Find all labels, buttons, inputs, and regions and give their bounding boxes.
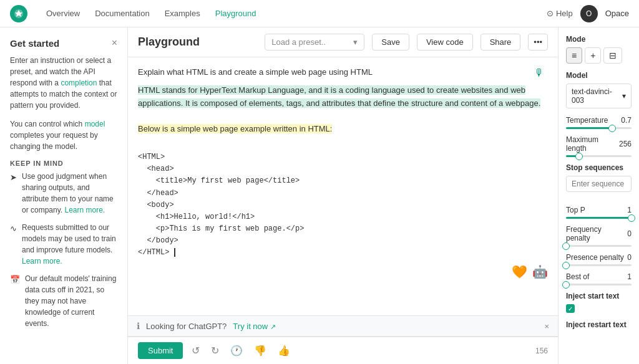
keep-in-mind-header: KEEP IN MIND — [10, 160, 117, 167]
code-line-5: <body> — [138, 199, 548, 211]
wave-icon: ∿ — [10, 223, 17, 267]
code-line-6: <h1>Hello, world!</h1> — [138, 211, 548, 223]
completion-link[interactable]: completion — [61, 79, 97, 87]
nav-examples[interactable]: Examples — [159, 5, 207, 22]
logo[interactable] — [10, 5, 27, 22]
notice-close-button[interactable]: × — [544, 322, 549, 331]
freq-slider-thumb[interactable] — [562, 242, 570, 250]
presence-penalty-section: Presence penalty 0 — [566, 253, 632, 266]
temperature-label: Temperature — [566, 116, 608, 125]
frequency-penalty-slider[interactable] — [566, 245, 632, 247]
redo-button[interactable]: ↻ — [208, 342, 222, 359]
learn-more-link-2[interactable]: Learn more. — [22, 257, 62, 266]
top-p-section: Top P 1 — [566, 206, 632, 219]
temperature-slider[interactable] — [566, 127, 632, 129]
bottom-bar: Submit ↺ ↻ 🕐 👎 👍 156 — [128, 337, 558, 364]
thumbs-up-button[interactable]: 👍 — [275, 342, 293, 359]
page-title: Playground — [138, 36, 257, 49]
presence-slider-thumb[interactable] — [562, 262, 570, 269]
view-code-button[interactable]: View code — [417, 34, 473, 50]
frequency-penalty-value: 0 — [627, 229, 632, 238]
calendar-icon: 📅 — [10, 274, 20, 329]
help-button[interactable]: ⊙ Help — [547, 9, 573, 18]
max-length-section: Maximum length 256 — [566, 135, 632, 157]
user-name[interactable]: Opace — [605, 9, 629, 18]
notice-text: Looking for ChatGPT? — [146, 322, 227, 331]
max-length-value: 256 — [619, 140, 632, 148]
emoji-row: 🧡 🤖 — [138, 264, 548, 279]
code-line-9: </HTML> — [138, 247, 548, 259]
right-panel: Mode ≡ + ⊟ Model text-davinci-003 ▾ Temp… — [558, 27, 639, 364]
editor-area[interactable]: Explain what HTML is and create a simple… — [128, 57, 558, 315]
nav-playground[interactable]: Playground — [209, 5, 263, 22]
try-it-now-link[interactable]: Try it now ↗ — [233, 322, 275, 331]
stop-sequences-input[interactable] — [566, 176, 632, 192]
thumbs-down-button[interactable]: 👎 — [251, 342, 269, 359]
mode-edit-button[interactable]: ⊟ — [603, 47, 622, 64]
model-section: Model text-davinci-003 ▾ — [566, 71, 632, 108]
navbar-right: ⊙ Help O Opace — [547, 5, 629, 22]
nav-documentation[interactable]: Documentation — [89, 5, 155, 22]
model-dropdown[interactable]: text-davinci-003 ▾ — [566, 84, 632, 108]
model-value: text-davinci-003 — [572, 87, 620, 105]
mode-complete-button[interactable]: ≡ — [566, 47, 582, 64]
response-paragraph-2: Below is a simple web page example writt… — [138, 124, 332, 133]
best-of-value: 1 — [627, 272, 632, 281]
more-options-button[interactable]: ••• — [528, 34, 548, 50]
microphone-icon[interactable]: 🎙 — [534, 67, 544, 79]
sidebar-item-text-1: Use good judgment when sharing outputs, … — [22, 171, 117, 216]
frequency-penalty-section: Frequency penalty 0 — [566, 225, 632, 247]
mode-label: Mode — [566, 35, 632, 44]
mode-insert-button[interactable]: + — [585, 47, 601, 64]
temperature-slider-thumb[interactable] — [608, 125, 616, 132]
sidebar-description: Enter an instruction or select a preset,… — [10, 55, 117, 111]
top-p-slider-fill — [566, 217, 632, 219]
inject-start-section: Inject start text ✓ — [566, 292, 632, 313]
content-header: Playground Load a preset.. ▾ Save View c… — [128, 27, 558, 57]
undo-button[interactable]: ↺ — [189, 342, 202, 359]
inject-start-checkbox[interactable]: ✓ — [566, 304, 575, 313]
sidebar-desc-text4: completes your request by changing the m… — [10, 131, 98, 151]
temperature-value: 0.7 — [621, 116, 632, 125]
best-of-slider[interactable] — [566, 284, 632, 285]
avatar[interactable]: O — [580, 5, 598, 22]
inject-restart-section: Inject restart text — [566, 320, 632, 329]
preset-dropdown[interactable]: Load a preset.. ▾ — [265, 34, 364, 50]
max-length-slider-thumb[interactable] — [575, 153, 583, 160]
sidebar-item-2: ∿ Requests submitted to our models may b… — [10, 222, 117, 267]
sidebar-item-3: 📅 Our default models' training data cuts… — [10, 273, 117, 329]
model-link[interactable]: model — [85, 120, 105, 128]
sidebar-title: Get started — [10, 38, 59, 49]
heart-emoji[interactable]: 🧡 — [512, 264, 527, 279]
code-line-7: <p>This is my first web page.</p> — [138, 223, 548, 235]
share-button[interactable]: Share — [480, 34, 521, 50]
nav-links: Overview Documentation Examples Playgrou… — [40, 5, 263, 22]
frequency-penalty-label: Frequency penalty — [566, 225, 627, 242]
preset-placeholder: Load a preset.. — [271, 37, 326, 47]
top-p-slider[interactable] — [566, 217, 632, 219]
help-label: Help — [556, 9, 573, 18]
model-label: Model — [566, 71, 632, 80]
max-length-label: Maximum length — [566, 135, 619, 153]
sidebar-desc-text3: You can control which — [10, 120, 85, 128]
robot-emoji[interactable]: 🤖 — [532, 264, 548, 279]
best-of-slider-thumb[interactable] — [562, 281, 570, 289]
nav-overview[interactable]: Overview — [40, 5, 86, 22]
code-line-1: <HTML> — [138, 151, 548, 163]
temperature-section: Temperature 0.7 — [566, 116, 632, 129]
inject-start-label: Inject start text — [566, 292, 632, 300]
max-length-slider[interactable] — [566, 155, 632, 157]
help-circle-icon: ⊙ — [547, 9, 554, 18]
token-count: 156 — [535, 347, 548, 355]
top-p-slider-thumb[interactable] — [628, 214, 635, 222]
submit-button[interactable]: Submit — [138, 342, 183, 359]
save-button[interactable]: Save — [372, 34, 409, 50]
model-chevron-icon: ▾ — [622, 92, 626, 100]
learn-more-link-1[interactable]: Learn more. — [64, 206, 105, 214]
sidebar-header: Get started × — [10, 37, 117, 49]
presence-penalty-slider[interactable] — [566, 264, 632, 266]
history-button[interactable]: 🕐 — [228, 342, 245, 359]
sidebar-close-button[interactable]: × — [112, 37, 117, 49]
response-paragraph-1: HTML stands for HyperText Markup Languag… — [138, 85, 540, 108]
external-link-icon: ↗ — [270, 323, 276, 330]
